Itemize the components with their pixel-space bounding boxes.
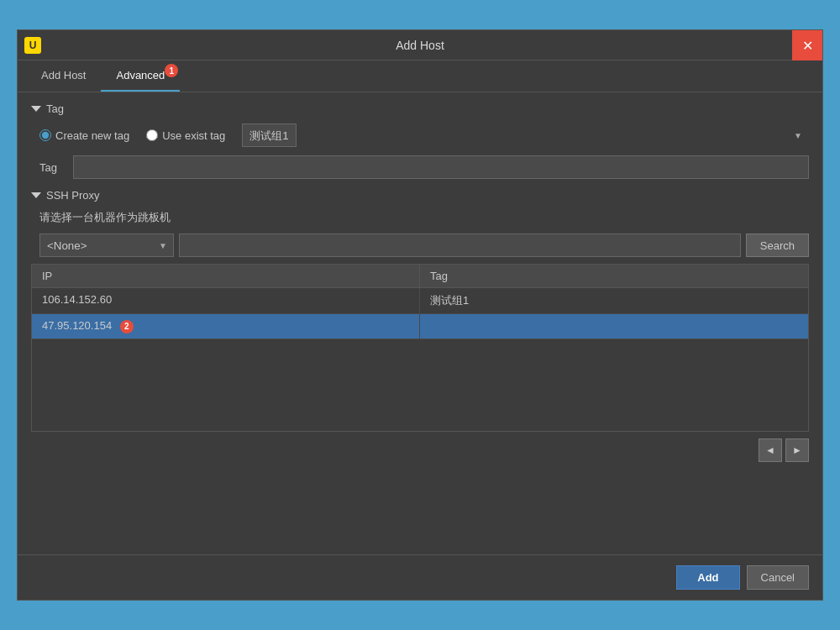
dialog: U Add Host ✕ Add Host Advanced 1 Tag Cre… [17,29,823,601]
table-body: 106.14.152.60 测试组1 47.95.120.154 2 [32,288,808,431]
add-button[interactable]: Add [676,565,739,590]
dialog-title: Add Host [396,39,444,52]
tag-label: Tag [39,161,65,174]
pagination: ◄ ► [31,432,809,469]
search-button[interactable]: Search [746,234,809,257]
collapse-icon [31,106,41,112]
cancel-button[interactable]: Cancel [747,565,809,590]
tag-section: Tag Create new tag Use exist tag 测试组1 [31,102,809,179]
tab-add-host[interactable]: Add Host [26,60,101,92]
col-ip: IP [32,265,420,287]
ssh-proxy-section: SSH Proxy 请选择一台机器作为跳板机 <None> Search IP … [31,189,809,469]
proxy-table: IP Tag 106.14.152.60 测试组1 47.95.120.154 … [31,264,809,432]
next-page-button[interactable]: ► [785,438,809,462]
use-exist-tag-radio[interactable]: Use exist tag [146,129,225,142]
row-badge: 2 [120,320,134,333]
ssh-hint: 请选择一台机器作为跳板机 [39,210,809,225]
tag-dropdown[interactable]: 测试组1 [242,123,297,147]
content-area: Tag Create new tag Use exist tag 测试组1 [18,92,822,554]
tab-advanced[interactable]: Advanced 1 [101,60,180,92]
title-bar: U Add Host ✕ [18,30,822,60]
tag-input-row: Tag [39,155,809,179]
tab-bar: Add Host Advanced 1 [18,60,822,92]
tag-dropdown-wrapper: 测试组1 [242,123,809,147]
tab-badge: 1 [165,64,178,77]
search-row: <None> Search [39,234,809,257]
prev-page-button[interactable]: ◄ [759,438,782,462]
cell-ip-1: 47.95.120.154 2 [32,314,420,339]
cell-ip-0: 106.14.152.60 [32,288,420,313]
table-row[interactable]: 47.95.120.154 2 [32,314,808,339]
tag-radio-group: Create new tag Use exist tag 测试组1 [39,123,809,147]
cell-tag-1 [420,314,808,339]
table-header: IP Tag [32,265,808,288]
proxy-search-input[interactable] [179,234,741,257]
close-button[interactable]: ✕ [792,30,822,60]
cell-tag-0: 测试组1 [420,288,808,313]
create-new-tag-radio[interactable]: Create new tag [39,129,129,142]
table-row[interactable]: 106.14.152.60 测试组1 [32,288,808,314]
tag-input[interactable] [73,155,809,179]
tag-section-header: Tag [31,102,809,115]
ssh-proxy-header: SSH Proxy [31,189,809,202]
none-select[interactable]: <None> [39,234,174,257]
none-dropdown-wrapper: <None> [39,234,174,257]
col-tag: Tag [420,265,808,287]
footer: Add Cancel [18,554,822,600]
ssh-collapse-icon [31,192,41,198]
app-icon: U [24,37,41,54]
